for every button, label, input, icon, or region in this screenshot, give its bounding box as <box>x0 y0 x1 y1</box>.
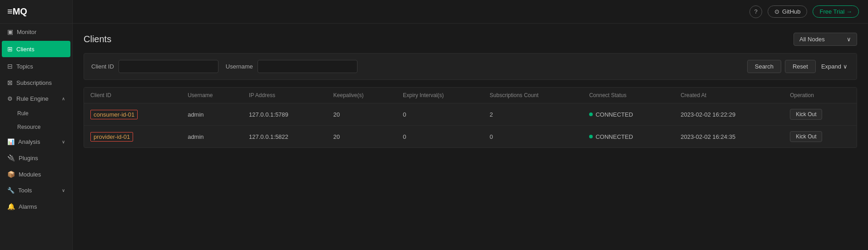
cell-client-id: consumer-id-01 <box>84 103 181 126</box>
help-button[interactable]: ? <box>749 5 762 18</box>
monitor-icon: ▣ <box>7 28 13 35</box>
sidebar-label-rule-engine: Rule Engine <box>16 95 49 102</box>
sidebar-label-alarms: Alarms <box>19 203 37 210</box>
cell-created-at: 2023-02-02 16:24:35 <box>674 126 784 148</box>
expand-chevron: ∨ <box>843 63 848 70</box>
table-header-row: Client ID Username IP Address Keepalive(… <box>84 88 857 103</box>
topbar: ? ⊙ GitHub Free Trial → <box>73 0 868 24</box>
client-id-link[interactable]: consumer-id-01 <box>90 110 138 119</box>
filter-bar: Client ID Username Search Reset Expand ∨ <box>84 53 857 80</box>
sidebar-item-rule[interactable]: Rule <box>0 107 72 120</box>
analysis-icon: 📊 <box>7 138 15 145</box>
modules-icon: 📦 <box>7 171 15 178</box>
sidebar-item-analysis[interactable]: 📊 Analysis ∨ <box>0 134 72 150</box>
cell-operation: Kick Out <box>784 103 857 126</box>
sidebar-item-resource[interactable]: Resource <box>0 120 72 134</box>
freetrial-button[interactable]: Free Trial → <box>813 5 859 18</box>
sidebar-label-rule: Rule <box>17 110 29 117</box>
status-label: CONNECTED <box>595 111 633 118</box>
cell-expiry-interval: 0 <box>397 103 483 126</box>
sidebar-label-subscriptions: Subscriptions <box>16 79 52 86</box>
search-button[interactable]: Search <box>747 60 781 73</box>
kick-out-button[interactable]: Kick Out <box>790 131 822 142</box>
expand-button[interactable]: Expand ∨ <box>819 60 849 73</box>
plugins-icon: 🔌 <box>7 154 15 162</box>
cell-ip-address: 127.0.0.1:5789 <box>243 103 327 126</box>
cell-connect-status: CONNECTED <box>583 103 674 126</box>
sidebar-item-subscriptions[interactable]: ⊠ Subscriptions <box>0 74 72 91</box>
sidebar-label-tools: Tools <box>18 187 32 194</box>
col-ip-address: IP Address <box>243 88 327 103</box>
col-keepalive: Keepalive(s) <box>327 88 397 103</box>
col-created-at: Created At <box>674 88 784 103</box>
col-expiry-interval: Expiry Interval(s) <box>397 88 483 103</box>
username-input[interactable] <box>258 60 357 73</box>
kick-out-button[interactable]: Kick Out <box>790 109 822 120</box>
sidebar-item-plugins[interactable]: 🔌 Plugins <box>0 150 72 166</box>
sidebar-label-plugins: Plugins <box>19 155 38 162</box>
cell-subscriptions-count: 2 <box>483 103 583 126</box>
content-area: Clients All Nodes ∨ Client ID Username S… <box>73 24 868 250</box>
all-nodes-chevron: ∨ <box>847 36 851 43</box>
logo-text: ≡MQ <box>7 6 27 17</box>
topics-icon: ⊟ <box>7 63 13 70</box>
col-subscriptions-count: Subscriptions Count <box>483 88 583 103</box>
cell-subscriptions-count: 0 <box>483 126 583 148</box>
analysis-chevron: ∨ <box>62 139 65 144</box>
cell-created-at: 2023-02-02 16:22:29 <box>674 103 784 126</box>
status-label: CONNECTED <box>595 133 633 140</box>
logo: ≡MQ <box>0 0 72 24</box>
sidebar-label-modules: Modules <box>19 171 41 178</box>
sidebar-label-resource: Resource <box>17 124 40 130</box>
rule-engine-chevron: ∧ <box>62 96 65 101</box>
sidebar-label-clients: Clients <box>16 46 35 53</box>
col-username: Username <box>181 88 243 103</box>
github-button[interactable]: ⊙ GitHub <box>768 5 807 18</box>
cell-expiry-interval: 0 <box>397 126 483 148</box>
client-id-link[interactable]: provider-id-01 <box>90 132 133 142</box>
github-label: GitHub <box>782 8 800 15</box>
subscriptions-icon: ⊠ <box>7 79 13 86</box>
help-icon: ? <box>754 8 757 15</box>
col-connect-status: Connect Status <box>583 88 674 103</box>
tools-chevron: ∨ <box>62 188 65 193</box>
sidebar: ≡MQ ▣ Monitor ⊞ Clients ⊟ Topics ⊠ Subsc… <box>0 0 73 250</box>
clients-table: Client ID Username IP Address Keepalive(… <box>84 87 857 148</box>
sidebar-item-tools[interactable]: 🔧 Tools ∨ <box>0 182 72 198</box>
page-header: Clients All Nodes ∨ <box>84 33 857 46</box>
col-operation: Operation <box>784 88 857 103</box>
status-dot <box>589 113 593 116</box>
all-nodes-dropdown[interactable]: All Nodes ∨ <box>794 33 857 46</box>
cell-ip-address: 127.0.0.1:5822 <box>243 126 327 148</box>
sidebar-item-clients[interactable]: ⊞ Clients <box>2 41 70 57</box>
rule-engine-icon: ⚙ <box>7 95 13 102</box>
cell-connect-status: CONNECTED <box>583 126 674 148</box>
cell-operation: Kick Out <box>784 126 857 148</box>
username-field: Username <box>226 60 357 73</box>
filter-actions: Search Reset Expand ∨ <box>747 60 849 73</box>
expand-label: Expand <box>821 63 841 70</box>
sidebar-item-modules[interactable]: 📦 Modules <box>0 166 72 182</box>
client-id-input[interactable] <box>119 60 218 73</box>
alarms-icon: 🔔 <box>7 203 15 210</box>
reset-button[interactable]: Reset <box>785 60 816 73</box>
page-title: Clients <box>84 34 111 44</box>
sidebar-label-monitor: Monitor <box>17 29 36 35</box>
github-icon: ⊙ <box>774 8 779 15</box>
username-label: Username <box>226 63 253 70</box>
sidebar-item-topics[interactable]: ⊟ Topics <box>0 58 72 74</box>
sidebar-item-monitor[interactable]: ▣ Monitor <box>0 24 72 40</box>
cell-keepalive: 20 <box>327 103 397 126</box>
all-nodes-label: All Nodes <box>799 36 825 43</box>
tools-icon: 🔧 <box>7 187 15 194</box>
cell-client-id: provider-id-01 <box>84 126 181 148</box>
sidebar-label-analysis: Analysis <box>18 138 40 145</box>
cell-username: admin <box>181 103 243 126</box>
sidebar-item-rule-engine[interactable]: ⚙ Rule Engine ∧ <box>0 91 72 107</box>
freetrial-label: Free Trial → <box>819 8 852 15</box>
table-row: provider-id-01 admin 127.0.0.1:5822 20 0… <box>84 126 857 148</box>
col-client-id: Client ID <box>84 88 181 103</box>
sidebar-item-alarms[interactable]: 🔔 Alarms <box>0 198 72 215</box>
clients-icon: ⊞ <box>7 45 13 53</box>
client-id-field: Client ID <box>91 60 218 73</box>
